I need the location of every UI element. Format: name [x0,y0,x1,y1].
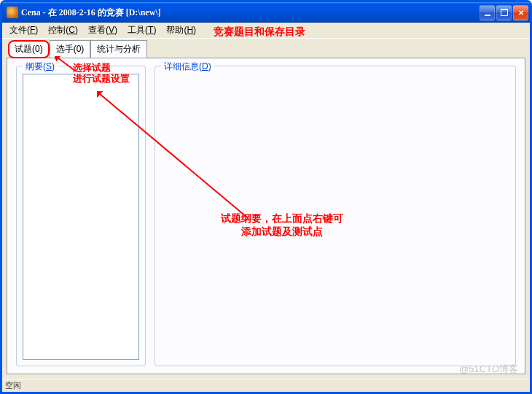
annotation-title-note: 竞赛题目和保存目录 [214,26,305,39]
window-title: Cena - 在 2008-2-16 的竞赛 [D:\new\] [21,7,477,19]
outline-tree[interactable] [23,74,139,360]
detail-label: 详细信息(D) [161,61,214,73]
minimize-button[interactable] [480,5,495,20]
menu-file[interactable]: 文件(F) [5,23,42,38]
statusbar: 空闲 [2,379,530,392]
outline-label: 纲要(S) [23,61,58,73]
menu-control[interactable]: 控制(C) [44,23,82,38]
tab-contestants[interactable]: 选手(0) [50,40,91,58]
app-window: Cena - 在 2008-2-16 的竞赛 [D:\new\] 文件(F) 控… [0,0,532,394]
window-buttons [480,5,528,20]
watermark: @51CTO博客 [459,363,518,376]
titlebar[interactable]: Cena - 在 2008-2-16 的竞赛 [D:\new\] [2,2,530,23]
menu-tools[interactable]: 工具(T) [123,23,160,38]
tab-stats[interactable]: 统计与分析 [90,40,147,58]
tab-strip: 试题(0) 选手(0) 统计与分析 [2,40,530,58]
outline-panel: 纲要(S) [16,66,146,366]
menu-view[interactable]: 查看(V) [84,23,122,38]
annotation-center-note: 试题纲要，在上面点右键可 添加试题及测试点 [221,212,343,239]
status-text: 空闲 [5,381,21,390]
close-button[interactable] [513,5,528,20]
tab-problems[interactable]: 试题(0) [8,40,50,58]
app-icon [7,7,18,18]
maximize-button[interactable] [496,5,512,20]
annotation-select-note: 选择试题 进行试题设置 [73,62,130,84]
menu-help[interactable]: 帮助(H) [162,23,200,38]
